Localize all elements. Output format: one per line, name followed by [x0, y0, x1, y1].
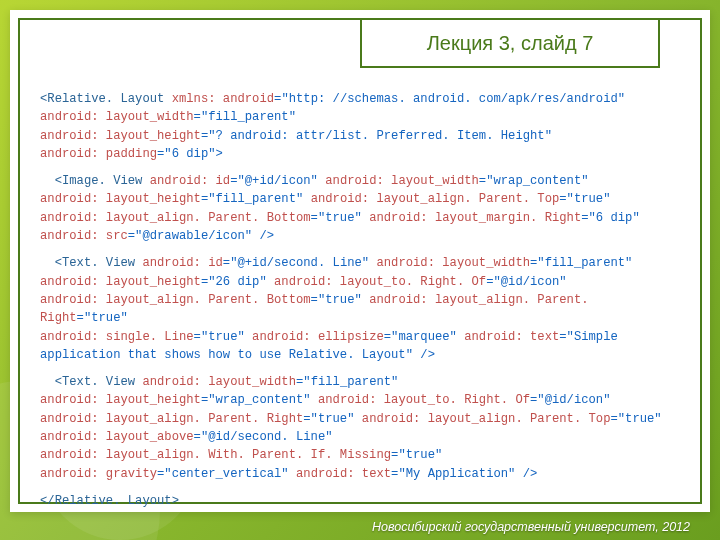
- slide-inner-frame: Лекция 3, слайд 7 <Relative. Layout xmln…: [18, 18, 702, 504]
- code-block: <Relative. Layout xmlns: android="http: …: [40, 90, 680, 482]
- code-line: <Relative. Layout xmlns: android="http: …: [40, 90, 680, 163]
- code-line: <Text. View android: id="@+id/second. Li…: [40, 254, 680, 364]
- code-line: <Image. View android: id="@+id/icon" and…: [40, 172, 680, 245]
- slide-title-box: Лекция 3, слайд 7: [360, 18, 660, 68]
- slide-title: Лекция 3, слайд 7: [427, 32, 594, 55]
- code-line: <Text. View android: layout_width="fill_…: [40, 373, 680, 483]
- slide-footer: Новосибирский государственный университе…: [372, 520, 690, 534]
- slide-frame: Лекция 3, слайд 7 <Relative. Layout xmln…: [10, 10, 710, 512]
- code-line: </Relative. Layout>: [40, 492, 680, 510]
